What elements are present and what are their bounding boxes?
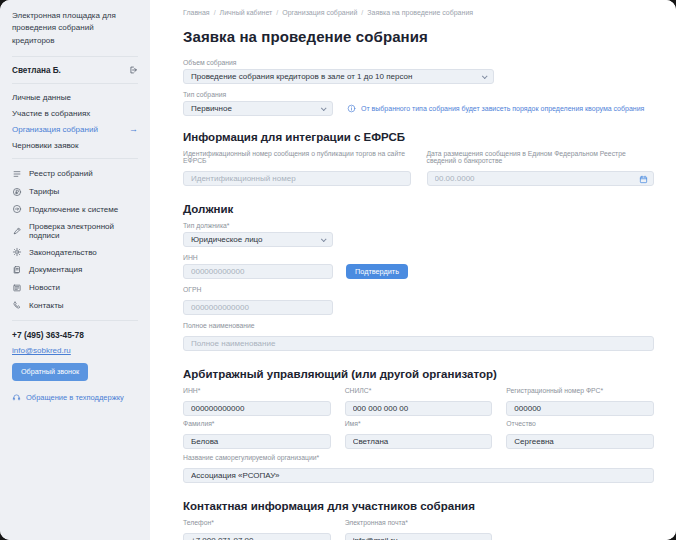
connect-icon — [12, 204, 22, 214]
volume-label: Объем собрания — [183, 59, 654, 66]
section-heading-debtor: Должник — [183, 203, 654, 215]
debtor-full-name-input[interactable] — [183, 336, 654, 351]
contact-phone: +7 (495) 363-45-78 — [12, 330, 138, 340]
meeting-volume-select[interactable]: Проведение собрания кредиторов в зале от… — [183, 69, 494, 84]
sidebar-item-draft-applications[interactable]: Черновики заявок — [0, 137, 150, 153]
debtor-inn-input[interactable] — [183, 264, 333, 279]
meeting-type-value: Первичное — [191, 104, 232, 113]
sidebar-item-system-connection[interactable]: Подключение к системе — [0, 200, 150, 218]
support-link[interactable]: Обращение в техподдержку — [12, 393, 138, 402]
manager-middle-name-input[interactable] — [506, 434, 654, 449]
app-window: Электронная площадка для проведения собр… — [0, 0, 676, 540]
sidebar-item-documentation[interactable]: Документация — [0, 261, 150, 279]
news-icon — [12, 283, 22, 293]
sidebar-item-label: Тарифы — [29, 187, 59, 196]
calendar-icon[interactable] — [639, 170, 648, 188]
meeting-type-select[interactable]: Первичное — [183, 101, 333, 116]
debtor-type-label: Тип должника* — [183, 222, 654, 229]
page-title: Заявка на проведение собрания — [183, 28, 654, 45]
manager-sro-input[interactable] — [183, 468, 654, 483]
efrsb-date-input[interactable] — [427, 171, 655, 186]
meeting-type-hint: От выбранного типа собрания будет зависе… — [347, 104, 644, 113]
sidebar-item-label: Подключение к системе — [29, 205, 118, 214]
brand-title: Электронная площадка для проведения собр… — [0, 0, 150, 56]
docs-icon — [12, 265, 22, 275]
debtor-type-select[interactable]: Юридическое лицо — [183, 232, 333, 247]
breadcrumb-home[interactable]: Главная — [183, 9, 216, 16]
section-heading-contact: Контактная информация для участников соб… — [183, 500, 654, 512]
headset-icon — [12, 393, 21, 402]
callback-button[interactable]: Обратный звонок — [12, 363, 88, 381]
sidebar-item-contacts[interactable]: Контакты — [0, 296, 150, 314]
contact-phone-label: Телефон* — [183, 519, 331, 526]
manager-first-name-label: Имя* — [345, 420, 493, 427]
meeting-volume-value: Проведение собрания кредиторов в зале от… — [191, 72, 412, 81]
sidebar: Электронная площадка для проведения собр… — [0, 0, 150, 540]
contact-email-label: Электронная почта* — [345, 519, 493, 526]
manager-middle-name-label: Отчество — [506, 420, 654, 427]
manager-first-name-input[interactable] — [345, 434, 493, 449]
chevron-down-icon — [321, 105, 327, 111]
info-icon — [347, 104, 356, 113]
sidebar-item-meeting-organization[interactable]: Организация собраний → — [0, 121, 150, 137]
manager-sro-label: Название саморегулируемой организации* — [183, 454, 654, 461]
sidebar-item-label: Личные данные — [12, 93, 71, 102]
type-label: Тип собрания — [183, 91, 654, 98]
manager-inn-label: ИНН* — [183, 387, 331, 394]
sidebar-item-meeting-participation[interactable]: Участие в собраниях — [0, 105, 150, 121]
contact-email-link[interactable]: info@sobkred.ru — [12, 346, 71, 355]
contact-phone-input[interactable] — [183, 533, 331, 540]
sidebar-item-label: Контакты — [29, 301, 64, 310]
breadcrumb: Главная Личный кабинет Организация собра… — [183, 9, 654, 16]
sidebar-item-label: Новости — [29, 283, 60, 292]
sidebar-item-legislation[interactable]: Законодательство — [0, 244, 150, 262]
efrsb-message-id-input[interactable] — [183, 171, 411, 186]
sidebar-item-label: Черновики заявок — [12, 141, 79, 150]
sidebar-nav: Личные данные Участие в собраниях Органи… — [0, 84, 150, 158]
hint-text: От выбранного типа собрания будет зависе… — [361, 105, 644, 112]
sidebar-item-signature-check[interactable]: Проверка электронной подписи — [0, 218, 150, 244]
manager-snils-input[interactable] — [345, 401, 493, 416]
sidebar-item-label: Проверка электронной подписи — [29, 222, 138, 240]
breadcrumb-personal-cabinet[interactable]: Личный кабинет — [220, 9, 279, 16]
user-row: Светлана Б. — [0, 57, 150, 83]
main-content: Главная Личный кабинет Организация собра… — [150, 0, 676, 540]
manager-frs-input[interactable] — [506, 401, 654, 416]
confirm-button[interactable]: Подтвердить — [346, 264, 408, 279]
sidebar-contacts: +7 (495) 363-45-78 info@sobkred.ru Обрат… — [0, 321, 150, 411]
logout-icon[interactable] — [128, 65, 138, 75]
manager-inn-input[interactable] — [183, 401, 331, 416]
sidebar-item-label: Законодательство — [29, 248, 97, 257]
section-heading-efrsb: Информация для интеграции с ЕФРСБ — [183, 131, 654, 143]
breadcrumb-meeting-organization[interactable]: Организация собраний — [282, 9, 363, 16]
sidebar-item-label: Документация — [29, 265, 82, 274]
sidebar-item-personal-data[interactable]: Личные данные — [0, 89, 150, 105]
sidebar-item-label: Реестр собраний — [29, 169, 93, 178]
section-heading-manager: Арбитражный управляющий (или другой орга… — [183, 368, 654, 380]
debtor-ogrn-label: ОГРН — [183, 286, 654, 293]
sidebar-item-label: Организация собраний — [12, 125, 98, 134]
sidebar-item-news[interactable]: Новости — [0, 279, 150, 297]
efrsb-date-label: Дата размещения сообщения в Едином Федер… — [427, 150, 655, 164]
efrsb-message-id-label: Идентификационный номер сообщения о публ… — [183, 150, 411, 164]
user-name: Светлана Б. — [12, 66, 61, 75]
arrow-right-icon: → — [129, 125, 138, 134]
manager-last-name-input[interactable] — [183, 434, 331, 449]
law-icon — [12, 247, 22, 257]
manager-snils-label: СНИЛС* — [345, 387, 493, 394]
sidebar-icon-nav: Реестр собраний Тарифы Подключение к сис… — [0, 159, 150, 320]
sidebar-item-tariffs[interactable]: Тарифы — [0, 183, 150, 201]
chevron-down-icon — [321, 236, 327, 242]
contacts-icon — [12, 300, 22, 310]
debtor-type-value: Юридическое лицо — [191, 235, 263, 244]
sidebar-item-meeting-registry[interactable]: Реестр собраний — [0, 165, 150, 183]
signature-icon — [12, 226, 22, 236]
manager-last-name-label: Фамилия* — [183, 420, 331, 427]
registry-icon — [12, 169, 22, 179]
tariffs-icon — [12, 187, 22, 197]
debtor-ogrn-input[interactable] — [183, 300, 333, 315]
contact-email-input[interactable] — [345, 533, 493, 540]
support-link-label: Обращение в техподдержку — [26, 393, 124, 402]
debtor-inn-label: ИНН — [183, 254, 654, 261]
breadcrumb-current: Заявка на проведение собрания — [367, 9, 473, 16]
